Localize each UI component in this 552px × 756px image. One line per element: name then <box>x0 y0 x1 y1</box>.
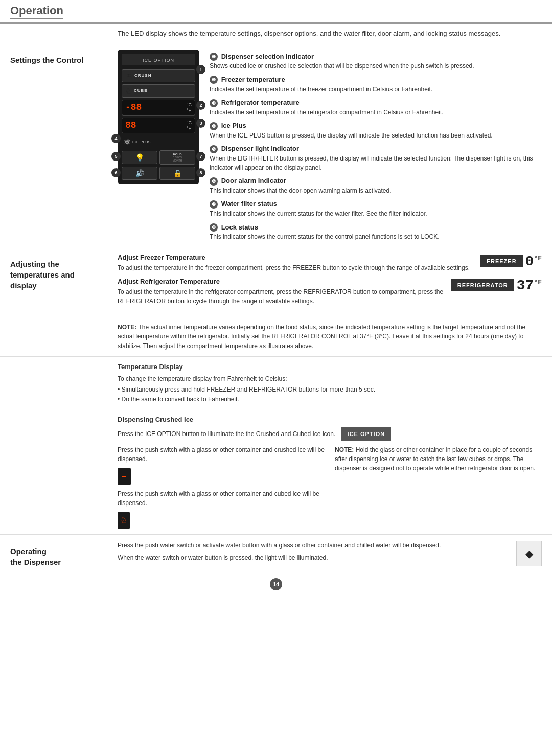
settings-label: Settings the Control <box>10 50 118 242</box>
desc-item-2: ❷ Freezer temperature Indicates the set … <box>210 75 542 94</box>
desc-item-3: ❸ Refrigerator temperature Indicates the… <box>210 98 542 117</box>
fridge-readout: 37°F <box>517 278 542 293</box>
desc-title-4: Ice Plus <box>221 122 246 129</box>
dispense-note-text: Hold the glass or other container in pla… <box>335 446 535 472</box>
adjust-label: Adjusting the temperatures and display <box>10 254 118 311</box>
desc-title-1: Dispenser selection indicator <box>221 53 314 60</box>
desc-num-7: ❼ <box>210 200 218 209</box>
ice-plus-icon: ❅ <box>124 137 130 147</box>
panel-wrapper: ICE OPTION ⧧ CRUSH ♘ CUBE -88 °C ° <box>118 50 199 242</box>
light-icon-box: 💡 <box>122 151 157 164</box>
water-icon-box: ◆ <box>516 541 542 566</box>
dispense-intro-text: Press the ICE OPTION button to illuminat… <box>118 430 335 437</box>
freezer-temp-display: -88 °C °F <box>122 100 195 116</box>
dispense-col1-line1: Press the push switch with a glass or ot… <box>118 445 325 464</box>
callout-8: 8 <box>196 168 205 177</box>
freezer-temp-body: To adjust the temperature in the freezer… <box>118 263 542 272</box>
dispense-note-bold: NOTE: <box>335 446 354 453</box>
callout-5: 5 <box>111 152 121 161</box>
light-icon: 💡 <box>135 153 144 162</box>
crush-dispense-icon: ⧧ <box>118 468 131 485</box>
desc-title-6: Door alarm indicator <box>221 177 286 185</box>
ice-plus-row: ❅ ICE PLUS <box>122 135 195 148</box>
refrigerator-button[interactable]: REFRIGERATOR <box>451 279 514 291</box>
lock-icon: 🔒 <box>173 169 182 177</box>
cube-button[interactable]: ♘ CUBE <box>122 84 195 98</box>
dispenser-section: Operating the Dispenser Press the push w… <box>0 535 552 574</box>
freezer-control-display: FREEZER 0°F <box>480 254 542 269</box>
freezer-button[interactable]: FREEZER <box>480 255 522 267</box>
page-title: Operation <box>10 4 63 19</box>
callout-7: 7 <box>196 152 205 161</box>
desc-body-4: When the ICE PLUS button is pressed, the… <box>210 131 542 140</box>
fridge-control-display: REFRIGERATOR 37°F <box>451 278 542 293</box>
crush-icon: ⧧ <box>125 72 132 80</box>
ice-option-badge[interactable]: ICE OPTION <box>341 427 392 441</box>
dispenser-label: Operating the Dispenser <box>10 541 118 567</box>
freezer-temp-title: Adjust Freezer Temperature <box>118 254 542 261</box>
desc-num-6: ❻ <box>210 177 218 186</box>
desc-item-4: ❹ Ice Plus When the ICE PLUS button is p… <box>210 121 542 140</box>
freezer-temp-digits: -88 <box>125 102 142 112</box>
hold-icon-box: HOLD 3 SECS MONTH <box>159 150 195 165</box>
dispense-section: Dispensing Crushed Ice Press the ICE OPT… <box>0 409 552 534</box>
cube-icon: ♘ <box>125 87 132 95</box>
callout-4: 4 <box>111 134 121 143</box>
desc-item-1: ❶ Dispenser selection indicator Shows cu… <box>210 52 542 71</box>
temp-display-body: To change the temperature display from F… <box>118 374 542 384</box>
page-header: Operation <box>0 0 552 24</box>
desc-body-7: This indicator shows the current status … <box>210 210 542 218</box>
sound-icon: 🔊 <box>135 169 144 177</box>
note-section: NOTE: The actual inner temperature varie… <box>0 317 552 357</box>
dispenser-body-1: Press the push water switch or activate … <box>118 541 509 551</box>
water-drop-icon: ◆ <box>525 547 533 560</box>
desc-title-7: Water filter status <box>221 200 277 208</box>
dispense-col1-line2: Press the push switch with a glass or ot… <box>118 489 325 508</box>
control-panel: ICE OPTION ⧧ CRUSH ♘ CUBE -88 °C ° <box>118 50 199 184</box>
desc-num-8: ❽ <box>210 223 218 232</box>
lock-icon-box: 🔒 <box>159 167 195 180</box>
temp-display-section: Temperature Display To change the temper… <box>0 357 552 410</box>
callout-3: 3 <box>196 119 205 128</box>
temp-display-bullet1: • Simultaneously press and hold FREEZER … <box>118 385 542 395</box>
desc-num-4: ❹ <box>210 122 218 130</box>
fridge-temp-display: 88 °C °F <box>122 118 195 133</box>
callout-2: 2 <box>196 101 205 110</box>
temp-display-title: Temperature Display <box>118 362 542 372</box>
desc-num-2: ❷ <box>210 76 218 84</box>
crush-button[interactable]: ⧧ CRUSH <box>122 69 195 82</box>
callout-1: 1 <box>196 65 205 74</box>
month-label: MONTH <box>173 159 182 162</box>
desc-body-8: This indicator shows the current status … <box>210 233 542 241</box>
panel-header: ICE OPTION <box>122 54 195 65</box>
dispenser-body-2: When the water switch or water button is… <box>118 553 509 563</box>
ice-plus-label: ICE PLUS <box>132 140 151 144</box>
temp-display-bullet2: • Do the same to convert back to Fahrenh… <box>118 395 542 404</box>
desc-body-2: Indicates the set temperature of the fre… <box>210 85 542 94</box>
panel-bottom-row: 💡 HOLD 3 SECS MONTH <box>122 150 195 165</box>
freezer-temp-unit: °C °F <box>187 102 192 113</box>
settings-content: ICE OPTION ⧧ CRUSH ♘ CUBE -88 °C ° <box>118 50 542 242</box>
dispenser-content: Press the push water switch or activate … <box>118 541 509 567</box>
sound-icon-box: 🔊 <box>122 167 157 180</box>
crush-label: CRUSH <box>134 73 151 78</box>
desc-body-5: When the LIGTH/FILTER button is pressed,… <box>210 154 542 172</box>
cube-row: ♘ <box>118 512 325 529</box>
note-text: The actual inner temperature varies depe… <box>118 324 525 350</box>
desc-body-1: Shows cubed ice or crushed ice selection… <box>210 62 542 71</box>
callout-6: 6 <box>111 168 121 177</box>
cube-dispense-icon: ♘ <box>118 512 130 529</box>
fridge-temp-digits: 88 <box>125 120 136 130</box>
adjust-section: Adjusting the temperatures and display F… <box>0 247 552 317</box>
desc-title-8: Lock status <box>221 223 258 231</box>
fridge-temp-unit: °C °F <box>187 120 192 131</box>
page-number: 14 <box>270 578 282 590</box>
note-bold: NOTE: <box>118 324 136 331</box>
freezer-readout: 0°F <box>525 254 542 269</box>
dispense-title: Dispensing Crushed Ice <box>118 415 542 425</box>
adjust-content: FREEZER 0°F Adjust Freezer Temperature T… <box>118 254 542 311</box>
desc-item-7: ❼ Water filter status This indicator sho… <box>210 199 542 218</box>
page-footer: 14 <box>0 574 552 594</box>
desc-item-5: ❺ Dispenser light indicator When the LIG… <box>210 144 542 172</box>
desc-body-3: Indicates the set temperature of the ref… <box>210 108 542 117</box>
